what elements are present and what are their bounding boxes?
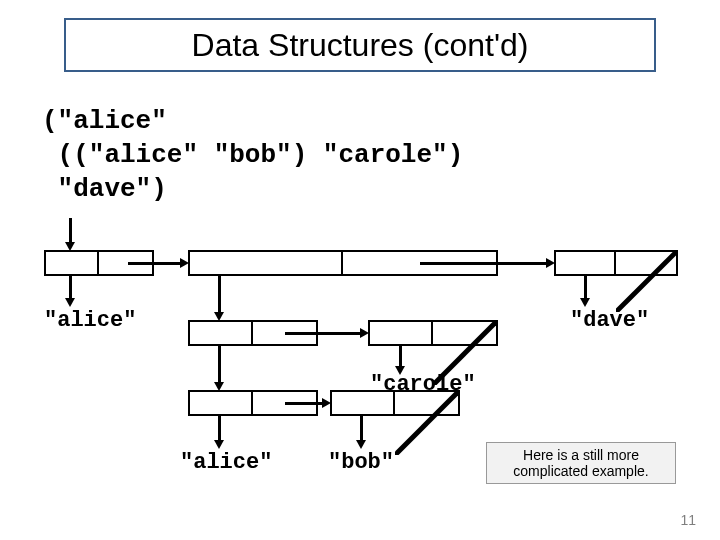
diagram-arrow xyxy=(128,262,182,265)
svg-line-2 xyxy=(395,392,458,455)
diagram-arrow xyxy=(218,276,221,314)
diagram-arrow xyxy=(69,276,72,300)
arrow-head-icon xyxy=(180,258,189,268)
diagram-arrow xyxy=(399,346,402,368)
svg-line-0 xyxy=(616,252,676,312)
cons-cell xyxy=(368,320,498,346)
arrow-head-icon xyxy=(322,398,331,408)
diagram-arrow xyxy=(285,402,324,405)
sexpr-code: ("alice" (("alice" "bob") "carole") "dav… xyxy=(42,104,463,206)
diagram-arrow xyxy=(584,276,587,300)
atom-label: "dave" xyxy=(570,308,649,333)
atom-label: "alice" xyxy=(180,450,272,475)
slide-note: Here is a still more complicated example… xyxy=(486,442,676,484)
arrow-head-icon xyxy=(214,440,224,449)
arrow-head-icon xyxy=(65,242,75,251)
atom-label: "alice" xyxy=(44,308,136,333)
atom-label: "bob" xyxy=(328,450,394,475)
cons-cell xyxy=(554,250,678,276)
arrow-head-icon xyxy=(356,440,366,449)
diagram-arrow xyxy=(285,332,362,335)
diagram-arrow xyxy=(420,262,548,265)
arrow-head-icon xyxy=(65,298,75,307)
diagram-arrow xyxy=(218,416,221,442)
arrow-head-icon xyxy=(546,258,555,268)
arrow-head-icon xyxy=(580,298,590,307)
diagram-arrow xyxy=(218,346,221,384)
page-title: Data Structures (cont'd) xyxy=(64,18,656,72)
diagram-arrow xyxy=(360,416,363,442)
diagram-arrow xyxy=(69,218,72,244)
arrow-head-icon xyxy=(214,382,224,391)
arrow-head-icon xyxy=(360,328,369,338)
atom-label: "carole" xyxy=(370,372,476,397)
page-number: 11 xyxy=(680,512,696,528)
arrow-head-icon xyxy=(214,312,224,321)
